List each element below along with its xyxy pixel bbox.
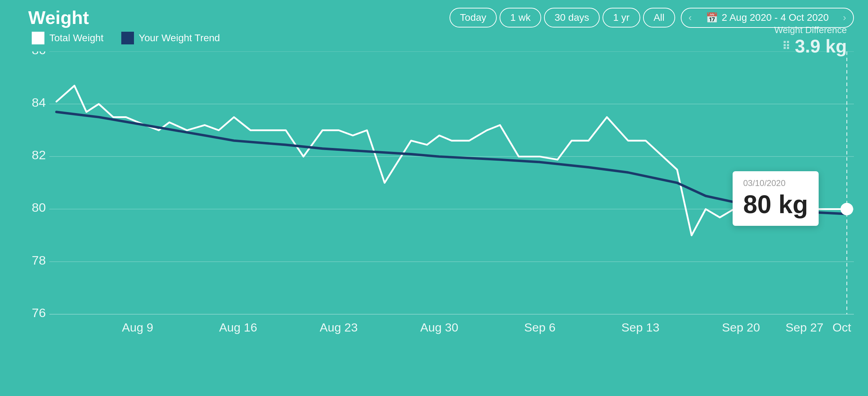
svg-text:Aug 30: Aug 30 xyxy=(420,321,458,334)
legend-trend: Your Weight Trend xyxy=(121,32,220,44)
svg-text:Aug 23: Aug 23 xyxy=(320,321,358,334)
trend-line xyxy=(56,112,847,214)
svg-text:84: 84 xyxy=(32,95,46,110)
tooltip-value: 80 kg xyxy=(743,190,808,219)
30days-button[interactable]: 30 days xyxy=(544,8,600,27)
chart-svg: 86 84 82 80 78 76 Aug 9 Aug 16 Aug 23 Au… xyxy=(28,51,854,349)
calendar-icon: 📅 xyxy=(706,12,718,24)
total-weight-line xyxy=(56,86,847,235)
svg-text:80: 80 xyxy=(32,201,46,215)
svg-text:Sep 6: Sep 6 xyxy=(524,321,556,334)
date-range-text: 2 Aug 2020 - 4 Oct 2020 xyxy=(722,12,829,23)
legend-trend-box xyxy=(121,32,134,44)
svg-text:76: 76 xyxy=(32,306,46,320)
date-range-label: 📅 2 Aug 2020 - 4 Oct 2020 xyxy=(699,8,836,27)
svg-text:Sep 27: Sep 27 xyxy=(786,321,824,334)
prev-button[interactable]: ‹ xyxy=(681,8,699,27)
page-title: Weight xyxy=(28,7,89,28)
all-button[interactable]: All xyxy=(643,8,675,27)
svg-text:Sep 20: Sep 20 xyxy=(722,321,760,334)
legend-total-weight-label: Total Weight xyxy=(49,32,104,44)
svg-text:78: 78 xyxy=(32,253,46,267)
legend-total-weight: Total Weight xyxy=(32,32,104,44)
1yr-button[interactable]: 1 yr xyxy=(603,8,640,27)
header: Weight Today 1 wk 30 days 1 yr All ‹ 📅 2… xyxy=(28,7,854,28)
svg-text:Oct 4: Oct 4 xyxy=(832,321,854,334)
time-buttons: Today 1 wk 30 days 1 yr All xyxy=(450,8,675,27)
data-point xyxy=(841,203,853,215)
tooltip: 03/10/2020 80 kg xyxy=(733,171,819,226)
tooltip-date: 03/10/2020 xyxy=(743,178,808,188)
svg-text:Aug 9: Aug 9 xyxy=(122,321,153,334)
svg-text:Aug 16: Aug 16 xyxy=(219,321,257,334)
1wk-button[interactable]: 1 wk xyxy=(500,8,541,27)
legend: Total Weight Your Weight Trend xyxy=(32,32,854,44)
chart-area: 86 84 82 80 78 76 Aug 9 Aug 16 Aug 23 Au… xyxy=(28,51,854,349)
svg-text:86: 86 xyxy=(32,51,46,57)
svg-text:Sep 13: Sep 13 xyxy=(622,321,660,334)
legend-trend-label: Your Weight Trend xyxy=(139,32,220,44)
chart-container: Weight Today 1 wk 30 days 1 yr All ‹ 📅 2… xyxy=(0,0,868,396)
weight-diff-label: Weight Difference xyxy=(774,25,847,36)
legend-total-weight-box xyxy=(32,32,44,44)
svg-text:82: 82 xyxy=(32,148,46,162)
today-button[interactable]: Today xyxy=(450,8,497,27)
next-button[interactable]: › xyxy=(836,8,853,27)
dots-icon: ⠿ xyxy=(782,39,791,53)
